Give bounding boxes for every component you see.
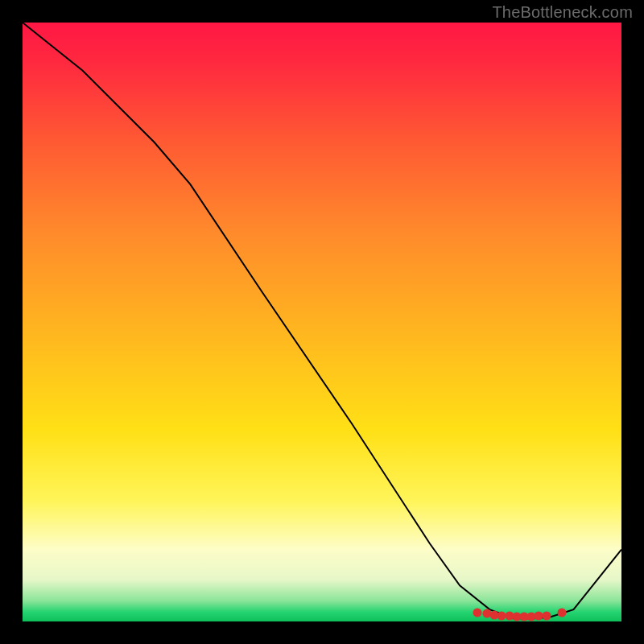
marker-dot (557, 608, 566, 617)
watermark-label: TheBottleneck.com (492, 3, 633, 22)
marker-cluster (23, 23, 621, 621)
plot-area (23, 23, 621, 621)
marker-dot (473, 608, 482, 617)
chart-frame: TheBottleneck.com (0, 0, 644, 644)
marker-dot (543, 611, 551, 620)
